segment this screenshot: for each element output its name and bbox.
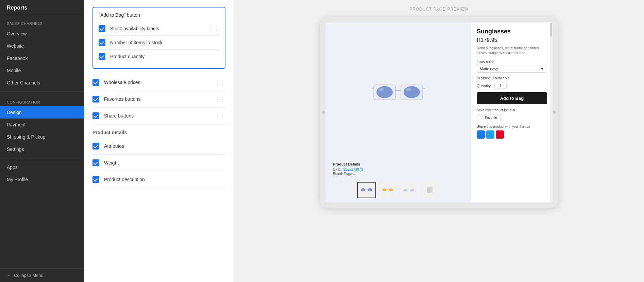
svg-point-15 — [403, 189, 408, 192]
sidebar-item-my-profile[interactable]: My Profile — [0, 173, 84, 186]
product-details-section-title: Product details — [92, 124, 225, 138]
collapse-menu-button[interactable]: ← Collapse Menu — [7, 273, 78, 278]
heart-icon: ♡ — [480, 116, 484, 120]
svg-point-9 — [361, 188, 365, 191]
sidebar-item-design[interactable]: Design — [0, 106, 84, 119]
thumbnail-1[interactable] — [357, 182, 376, 198]
quantity-input[interactable] — [494, 83, 507, 89]
svg-point-10 — [368, 188, 372, 191]
sidebar-item-settings[interactable]: Settings — [0, 143, 84, 155]
svg-point-13 — [389, 188, 393, 191]
sidebar-item-mobile[interactable]: Mobile — [0, 64, 84, 77]
product-images-area: Product Details UPC: 72527273070 Brand: … — [325, 22, 471, 202]
product-info-panel: Sunglasses R179.95 Retro sunglasses, met… — [471, 22, 553, 202]
product-quantity-checkbox[interactable] — [99, 53, 105, 60]
favorites-label: Favorites buttons — [104, 96, 215, 102]
svg-point-8 — [406, 88, 411, 92]
attributes-label: Attributes — [104, 143, 225, 149]
tablet-left-button — [322, 111, 325, 114]
share-row: Share buttons ⋮⋮ — [92, 108, 225, 124]
sidebar-item-other-channels[interactable]: Other Channels — [0, 77, 84, 89]
sales-channels-label: Sales channels — [0, 16, 84, 28]
facebook-share-button[interactable] — [477, 130, 485, 139]
favorites-checkbox[interactable] — [92, 96, 99, 103]
product-description-label: Product description — [104, 177, 225, 182]
product-quantity-row: Product quantity — [99, 50, 219, 63]
attributes-checkbox[interactable] — [92, 143, 99, 150]
thumbnail-3[interactable] — [399, 182, 418, 198]
thumbnail-row — [357, 182, 439, 198]
tablet-frame: Product Details UPC: 72527273070 Brand: … — [320, 17, 558, 208]
lens-color-select[interactable]: Matte navy ▼ — [477, 65, 547, 73]
product-det-title: Product Details — [333, 162, 463, 166]
quantity-label: Quantity: — [477, 84, 492, 88]
items-in-stock-checkbox[interactable] — [99, 39, 105, 46]
product-quantity-label: Product quantity — [110, 54, 219, 59]
lens-color-label: Lens color — [477, 60, 547, 64]
preview-panel: PRODUCT PAGE PREVIEW — [234, 0, 644, 282]
wholesale-checkbox[interactable] — [92, 79, 99, 86]
weight-row: Weight — [92, 155, 225, 171]
sidebar-item-overview[interactable]: Overview — [0, 28, 84, 40]
upc-value[interactable]: 72527273070 — [342, 168, 363, 171]
sidebar-item-shipping[interactable]: Shipping & Pickup — [0, 131, 84, 143]
items-in-stock-row: Number of items in stock — [99, 36, 219, 50]
quantity-row: Quantity: — [477, 83, 547, 89]
scroll-bar[interactable] — [550, 22, 553, 202]
add-to-bag-group: "Add to Bag" button Stock availability l… — [92, 7, 225, 69]
favorites-row: Favorites buttons ⋮⋮ — [92, 91, 225, 108]
thumbnail-4[interactable] — [420, 182, 439, 198]
collapse-arrow-icon: ← — [7, 273, 11, 278]
stock-labels-checkbox[interactable] — [99, 25, 105, 32]
product-description: Retro sunglasses, metal frame and tinted… — [477, 46, 547, 56]
stock-info: In stock: 9 available — [477, 76, 547, 80]
share-checkbox[interactable] — [92, 112, 99, 119]
thumbnail-2[interactable] — [378, 182, 397, 198]
favorites-drag-handle[interactable]: ⋮⋮ — [215, 96, 225, 103]
share-label: Share buttons — [104, 113, 215, 119]
save-later-label: Save this product for later — [477, 108, 547, 112]
chevron-down-icon: ▼ — [540, 67, 544, 71]
add-to-bag-title: "Add to Bag" button — [99, 12, 219, 18]
weight-checkbox[interactable] — [92, 159, 99, 166]
weight-label: Weight — [104, 160, 225, 166]
brand-row: Brand: Eugene — [333, 172, 463, 176]
wholesale-label: Wholesale prices — [104, 80, 215, 85]
sidebar-item-website[interactable]: Website — [0, 40, 84, 52]
pinterest-share-button[interactable] — [496, 130, 504, 139]
main-product-image — [329, 27, 467, 159]
sidebar-divider — [0, 92, 84, 92]
stock-labels-label: Stock availability labels — [110, 26, 208, 31]
share-drag-handle[interactable]: ⋮⋮ — [215, 113, 225, 119]
svg-point-4 — [404, 86, 420, 98]
product-price: R179.95 — [477, 37, 547, 43]
wholesale-row: Wholesale prices ⋮⋮ — [92, 74, 225, 91]
svg-rect-19 — [430, 187, 433, 193]
sidebar: Reports Sales channels Overview Website … — [0, 0, 84, 282]
favorite-button[interactable]: ♡ Favorite — [477, 114, 501, 121]
svg-point-3 — [376, 86, 393, 98]
sidebar-reports-title: Reports — [0, 0, 84, 16]
sidebar-bottom: ← Collapse Menu — [0, 268, 84, 282]
wholesale-drag-handle[interactable]: ⋮⋮ — [215, 79, 225, 86]
product-description-checkbox[interactable] — [92, 176, 99, 183]
share-section-label: Share this product with your friends — [477, 125, 547, 128]
twitter-share-button[interactable] — [486, 130, 494, 139]
product-name: Sunglasses — [477, 28, 547, 35]
stock-labels-drag-handle[interactable]: ⋮⋮ — [208, 26, 219, 32]
settings-panel: "Add to Bag" button Stock availability l… — [84, 0, 234, 282]
scroll-thumb — [550, 23, 552, 37]
svg-point-12 — [382, 188, 386, 191]
sidebar-item-payment[interactable]: Payment — [0, 119, 84, 131]
sidebar-item-facebook[interactable]: Facebook — [0, 52, 84, 64]
configuration-label: Configuration — [0, 95, 84, 106]
tablet-right-button — [553, 111, 556, 114]
add-to-bag-button[interactable]: Add to Bag — [477, 92, 547, 104]
svg-rect-18 — [427, 187, 430, 193]
main-content: "Add to Bag" button Stock availability l… — [84, 0, 644, 282]
product-details-mini: Product Details UPC: 72527273070 Brand: … — [329, 159, 467, 179]
svg-point-16 — [410, 189, 414, 192]
sidebar-item-apps[interactable]: Apps — [0, 161, 84, 173]
stock-labels-row: Stock availability labels ⋮⋮ — [99, 22, 219, 36]
sunglasses-svg — [371, 79, 425, 107]
